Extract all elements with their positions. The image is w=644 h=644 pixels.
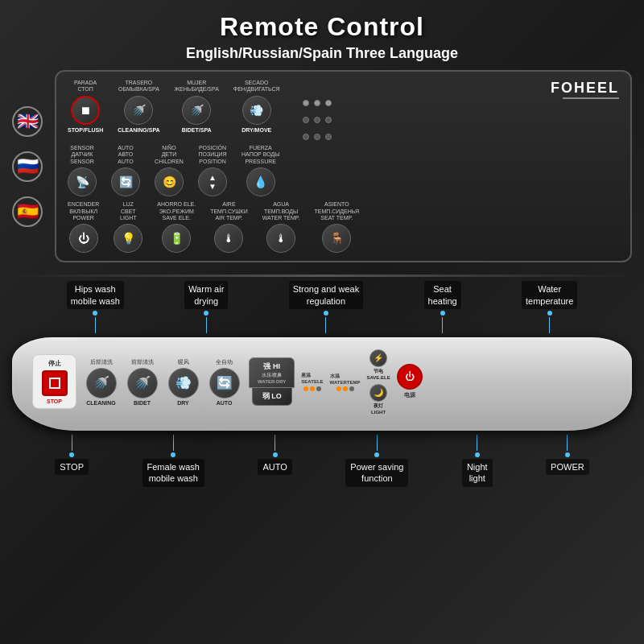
bidet-btn-top[interactable]: 🚿 <box>182 96 211 125</box>
label-warm-drying: Warm airdrying <box>184 281 228 333</box>
label-power-bottom: POWER <box>546 435 589 487</box>
seat-dots <box>303 386 321 391</box>
watertemp-dot-2 <box>343 386 348 391</box>
label-dot <box>547 311 552 316</box>
btn-light: LUZСВЕТLIGHT 💡 <box>114 201 142 253</box>
watertemp-btn[interactable]: 🌡 <box>266 224 295 253</box>
flag-english: 🇬🇧 <box>12 106 43 137</box>
label-hips-wash: Hips washmobile wash <box>67 281 124 333</box>
label-line-up <box>275 435 275 451</box>
btn-children: NIÑOДЕТИCHILDREN 😊 <box>155 145 184 196</box>
btn-auto-main: 全自动 🔄 AUTO <box>206 358 242 406</box>
btn-bidet-main: 前部清洗 🚿 BIDET <box>124 358 160 406</box>
save-circle[interactable]: ⚡ <box>369 349 387 367</box>
lo-button[interactable]: 弱 LO <box>252 388 292 406</box>
label-text-warm: Warm airdrying <box>184 281 228 309</box>
label-text-auto: AUTO <box>258 459 291 475</box>
dot <box>325 100 332 106</box>
label-text-stop: STOP <box>55 459 89 475</box>
hi-lo-section: 强 HI 水压·喷鼻WATER·DRY 弱 LO <box>249 357 295 406</box>
label-dot <box>204 311 208 316</box>
label-dot-bottom <box>475 452 480 457</box>
cleaning-btn-top[interactable]: 🚿 <box>124 96 153 125</box>
dry-btn-top[interactable]: 💨 <box>242 96 271 125</box>
auto-circle[interactable]: 🔄 <box>209 368 240 398</box>
btn-dry-main: 暖风 💨 DRY <box>165 358 201 406</box>
labels-top: Hips washmobile wash Warm airdrying Stro… <box>12 281 632 333</box>
airtemp-btn[interactable]: 🌡 <box>214 224 243 253</box>
children-btn[interactable]: 😊 <box>155 167 184 196</box>
button-row-3: ENCENDERВКЛ/ВЫКЛPOWER ⏻ LUZСВЕТLIGHT 💡 A… <box>68 201 619 253</box>
label-strong-weak: Strong and weakregulation <box>289 281 364 333</box>
btn-pressure: FUERZAНАПОР ВОДЫPRESSURE 💧 <box>242 145 279 196</box>
remote-panel-top: FOHEEL PARADAСТОП ⏹ STOP/FLUSH TRASEROОБ… <box>55 70 632 262</box>
label-line <box>325 317 326 333</box>
stop-section: 停止 STOP <box>32 354 76 409</box>
label-line <box>206 317 207 333</box>
bidet-circle[interactable]: 🚿 <box>127 368 158 398</box>
label-stop-bottom: STOP <box>55 435 89 487</box>
label-text-strong: Strong and weakregulation <box>289 281 364 309</box>
save-btn[interactable]: 🔋 <box>162 224 191 253</box>
label-seat-heating: Seatheating <box>424 281 461 333</box>
button-row-2: SENSORДАТЧИКSENSOR 📡 AUTOАВТОAUTO 🔄 NIÑO… <box>68 145 619 196</box>
label-line-up <box>377 435 378 451</box>
label-auto-bottom: AUTO <box>258 435 291 487</box>
btn-watertemp: AGUAТЕМП.ВОДЫWATER TEMP. 🌡 <box>262 201 300 253</box>
label-line-up <box>567 435 568 451</box>
btn-sensor: SENSORДАТЧИКSENSOR 📡 <box>68 145 97 196</box>
dot <box>314 100 320 106</box>
remote-bottom-inner: 停止 STOP 后部清洗 🚿 CLEANING 前部清洗 🚿 <box>32 349 612 415</box>
label-text-night-light: Nightlight <box>462 459 493 487</box>
btn-stop-flush: PARADAСТОП ⏹ STOP/FLUSH <box>68 80 103 134</box>
label-text-seat: Seatheating <box>424 281 461 309</box>
btn-auto: AUTOАВТОAUTO 🔄 <box>111 145 140 196</box>
label-power-saving-bottom: Power savingfunction <box>345 435 408 487</box>
remote-panel-inner: PARADAСТОП ⏹ STOP/FLUSH TRASEROОБМЫВКА/S… <box>68 80 619 253</box>
cleaning-circle[interactable]: 🚿 <box>86 368 117 398</box>
stop-square <box>49 378 60 389</box>
pressure-btn[interactable]: 💧 <box>246 167 275 196</box>
dot <box>303 117 309 123</box>
btn-bidet-spa: MUJERЖЕНЬБИДЕ/SPA 🚿 BIDET/SPA <box>175 80 219 134</box>
dots-row-1 <box>303 100 332 106</box>
stop-button-main[interactable] <box>42 370 68 396</box>
night-light-btn: 🌙 夜灯LIGHT <box>366 384 390 415</box>
flag-russian: 🇷🇺 <box>12 151 43 182</box>
stop-btn-top[interactable]: ⏹ <box>71 96 100 125</box>
label-female-wash-bottom: Female washmobile wash <box>142 435 204 487</box>
remote-bottom: 停止 STOP 后部清洗 🚿 CLEANING 前部清洗 🚿 <box>12 337 632 431</box>
auto-btn[interactable]: 🔄 <box>111 167 140 196</box>
label-dot <box>440 311 445 316</box>
seattemp-btn[interactable]: 🪑 <box>322 224 351 253</box>
button-row-1: PARADAСТОП ⏹ STOP/FLUSH TRASEROОБМЫВКА/S… <box>68 80 619 140</box>
label-line <box>95 317 96 333</box>
btn-cleaning-spa: TRASEROОБМЫВКА/SPA 🚿 CLEANING/SPA <box>118 80 159 134</box>
label-text-water: Watertemperature <box>522 281 577 309</box>
dry-circle[interactable]: 💨 <box>168 368 199 398</box>
sensor-btn[interactable]: 📡 <box>68 167 97 196</box>
position-btn[interactable]: ▲▼ <box>198 167 227 196</box>
seat-dot-1 <box>303 386 308 391</box>
night-circle[interactable]: 🌙 <box>369 384 387 402</box>
watertemp-section: 水温WATERTEMP <box>330 373 361 391</box>
seat-section: 座温SEATELE <box>301 372 323 391</box>
btn-seattemp: ASIENTOТЕМП.СИДЕНЬЯSEAT TEMP. 🪑 <box>315 201 360 253</box>
flag-column: 🇬🇧 🇷🇺 🇪🇸 <box>12 106 43 227</box>
label-line-up <box>72 435 72 451</box>
sub-title: English/Russian/Spain Three Language <box>186 45 458 62</box>
label-line-up <box>173 435 174 451</box>
save-night-section: ⚡ 节电SAVE.ELE 🌙 夜灯LIGHT <box>366 349 390 415</box>
hi-button[interactable]: 强 HI 水压·喷鼻WATER·DRY <box>249 357 295 388</box>
dot <box>325 117 332 123</box>
dot <box>325 134 332 140</box>
label-night-light-bottom: Nightlight <box>462 435 493 487</box>
label-dot-bottom <box>171 452 175 457</box>
title-section: Remote Control English/Russian/Spain Thr… <box>186 12 458 62</box>
power-btn-r[interactable]: ⏻ <box>69 224 98 253</box>
dot <box>303 100 309 106</box>
label-text-power: POWER <box>546 459 589 475</box>
power-button-main[interactable]: ⏻ <box>397 364 423 390</box>
watertemp-dot-3 <box>349 386 354 391</box>
light-btn[interactable]: 💡 <box>114 224 142 253</box>
